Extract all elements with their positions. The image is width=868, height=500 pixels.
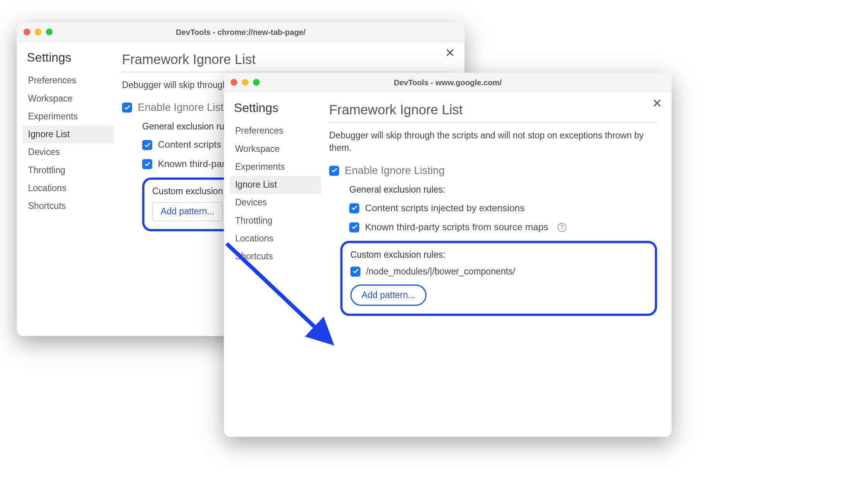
main-panel-b: Framework Ignore List Debugger will skip…: [325, 92, 672, 437]
window-title-a: DevTools - chrome://new-tab-page/: [17, 27, 464, 36]
sidebar-b: Settings Preferences Workspace Experimen…: [224, 92, 325, 437]
enable-ignore-listing-label: Enable Ignore Listing: [345, 165, 445, 177]
custom-pattern-checkbox[interactable]: [351, 267, 361, 277]
sidebar-item-workspace[interactable]: Workspace: [229, 140, 321, 158]
sidebar-item-shortcuts[interactable]: Shortcuts: [229, 248, 321, 266]
custom-pattern-value: /node_modules/|/bower_components/: [366, 267, 515, 277]
content-scripts-checkbox[interactable]: [142, 140, 152, 150]
enable-ignore-listing-label: Enable Ignore Listing: [138, 102, 237, 114]
content-scripts-label: Content scripts injected by extensions: [365, 203, 524, 214]
sidebar-item-devices[interactable]: Devices: [22, 143, 114, 161]
titlebar-a: DevTools - chrome://new-tab-page/: [17, 22, 464, 41]
sidebar-item-preferences[interactable]: Preferences: [22, 72, 114, 90]
titlebar-b: DevTools - www.google.com/: [224, 73, 672, 92]
window-title-b: DevTools - www.google.com/: [224, 78, 672, 86]
add-pattern-button[interactable]: Add pattern...: [351, 284, 427, 306]
close-window-button[interactable]: [230, 79, 237, 85]
sidebar-item-workspace[interactable]: Workspace: [22, 90, 114, 107]
minimize-window-button[interactable]: [35, 28, 41, 35]
minimize-window-button[interactable]: [242, 79, 248, 85]
enable-ignore-listing-checkbox[interactable]: [329, 166, 339, 176]
custom-pattern-row: /node_modules/|/bower_components/: [351, 267, 647, 277]
custom-rules-highlight-b: Custom exclusion rules: /node_modules/|/…: [340, 241, 657, 316]
general-rules-heading: General exclusion rules:: [349, 185, 657, 195]
sidebar-item-ignore-list[interactable]: Ignore List: [229, 176, 321, 194]
third-party-checkbox[interactable]: [349, 222, 359, 232]
custom-rules-heading: Custom exclusion rules:: [351, 250, 647, 260]
sidebar-item-devices[interactable]: Devices: [229, 194, 321, 212]
close-icon[interactable]: [651, 97, 663, 111]
sidebar-item-throttling[interactable]: Throttling: [229, 212, 321, 229]
sidebar-item-locations[interactable]: Locations: [22, 179, 114, 197]
third-party-row: Known third-party scripts from source ma…: [349, 222, 657, 233]
sidebar-item-locations[interactable]: Locations: [229, 229, 321, 247]
maximize-window-button[interactable]: [46, 28, 52, 35]
devtools-window-b: DevTools - www.google.com/ Settings Pref…: [224, 73, 672, 437]
content-scripts-checkbox[interactable]: [349, 203, 359, 213]
sidebar-item-shortcuts[interactable]: Shortcuts: [22, 197, 114, 215]
enable-ignore-listing-checkbox[interactable]: [122, 103, 132, 113]
sidebar-title: Settings: [22, 48, 114, 72]
sidebar-item-ignore-list[interactable]: Ignore List: [22, 126, 114, 143]
sidebar-title: Settings: [229, 98, 321, 122]
add-pattern-button[interactable]: Add pattern...: [152, 202, 223, 221]
help-icon[interactable]: ?: [557, 223, 566, 232]
panel-description: Debugger will skip through the scripts a…: [329, 129, 657, 155]
sidebar-item-experiments[interactable]: Experiments: [229, 158, 321, 176]
close-window-button[interactable]: [24, 28, 30, 35]
panel-title: Framework Ignore List: [329, 102, 657, 122]
maximize-window-button[interactable]: [253, 79, 260, 85]
sidebar-item-throttling[interactable]: Throttling: [22, 161, 114, 179]
third-party-checkbox[interactable]: [142, 159, 152, 169]
third-party-label: Known third-party scripts from source ma…: [365, 222, 548, 233]
content-scripts-row: Content scripts injected by extensions: [349, 203, 657, 214]
close-icon[interactable]: [444, 47, 455, 60]
sidebar-a: Settings Preferences Workspace Experimen…: [17, 41, 117, 336]
enable-ignore-listing-row: Enable Ignore Listing: [329, 165, 657, 177]
sidebar-item-preferences[interactable]: Preferences: [229, 122, 321, 140]
panel-title: Framework Ignore List: [122, 52, 450, 72]
sidebar-item-experiments[interactable]: Experiments: [22, 107, 114, 125]
